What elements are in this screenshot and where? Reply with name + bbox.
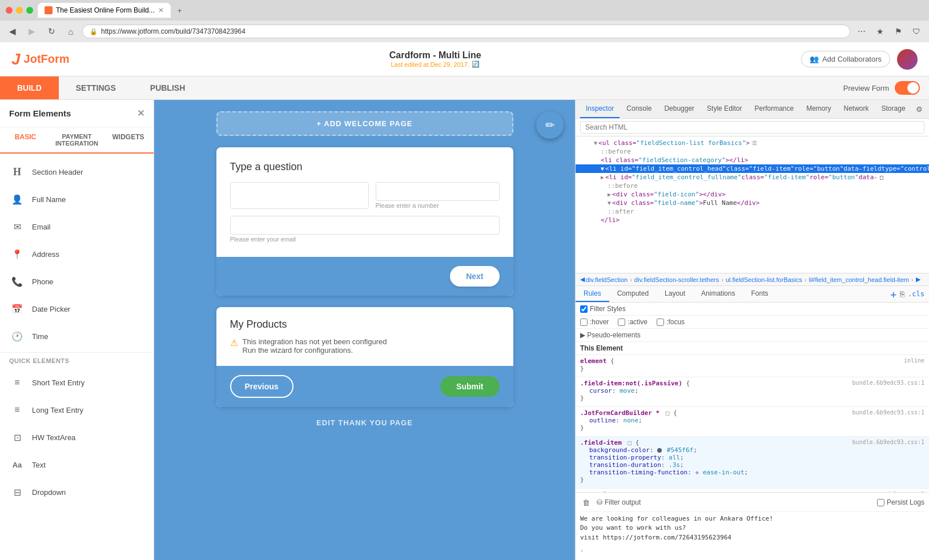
element-text[interactable]: Aa Text [0, 451, 154, 478]
expand-arrow[interactable]: ▼ [594, 140, 597, 146]
add-rule-btn[interactable]: + [890, 288, 896, 300]
element-full-name[interactable]: 👤 Full Name [0, 186, 154, 213]
home-btn[interactable]: ⌂ [63, 23, 79, 39]
extensions-btn[interactable]: ⋯ [854, 23, 870, 39]
preview-toggle-switch[interactable] [895, 81, 920, 95]
form-question: Type a question [230, 161, 500, 173]
bc-item-1[interactable]: div.fieldSection-scroller.tethers [634, 276, 719, 283]
build-tab[interactable]: BUILD [0, 76, 59, 99]
focus-checkbox[interactable] [657, 319, 664, 326]
pseudo-elements-toggle[interactable]: ▶ Pseudo-elements [576, 329, 929, 342]
html-line-selected[interactable]: ▼ <li id="field_item_control_head" class… [576, 164, 929, 173]
publish-tab[interactable]: PUBLISH [133, 76, 202, 99]
devtools-search-input[interactable] [580, 121, 924, 134]
fab-pencil-btn[interactable]: ✏ [536, 111, 564, 139]
shield-btn[interactable]: 🛡 [908, 23, 924, 39]
bc-item-3[interactable]: li#field_item_control_head.field-item [809, 276, 908, 283]
color-swatch[interactable] [657, 448, 662, 453]
edit-thankyou-btn[interactable]: EDIT THANK YOU PAGE [316, 418, 413, 427]
back-btn[interactable]: ◀ [5, 23, 21, 39]
timing-fn-icon: ◈ [695, 469, 699, 476]
devtools-tab-memory[interactable]: Memory [801, 100, 836, 118]
rules-tab-rules[interactable]: Rules [576, 286, 609, 302]
expand-arrow[interactable]: ▶ [601, 174, 604, 180]
date-picker-icon: 📅 [9, 301, 25, 317]
hover-pseudo: :hover [580, 318, 609, 326]
element-section-header[interactable]: H Section Header [0, 158, 154, 186]
rules-tab-animations[interactable]: Animations [693, 286, 743, 302]
devtools-settings-btn[interactable]: ⚙ [912, 102, 926, 116]
element-short-text[interactable]: ≡ Short Text Entry [0, 369, 154, 396]
user-avatar[interactable] [897, 49, 918, 70]
widgets-tab[interactable]: WIDGETS [103, 127, 154, 152]
url-text: https://www.jotform.com/build/7347370842… [101, 27, 246, 35]
submit-btn[interactable]: Submit [440, 376, 499, 397]
hw-textarea-icon: ⊡ [9, 429, 25, 445]
expand-arrow[interactable]: ▶ [608, 191, 611, 198]
active-checkbox[interactable] [618, 319, 625, 326]
tab-close-btn[interactable]: ✕ [158, 6, 164, 14]
element-date-picker[interactable]: 📅 Date Picker [0, 295, 154, 323]
html-line: ▶ <li id="field_item_control_fullname" c… [576, 173, 929, 182]
next-btn[interactable]: Next [450, 266, 499, 287]
element-hw-textarea[interactable]: ⊡ HW TextArea [0, 424, 154, 451]
bc-left-arrow[interactable]: ◀ [580, 276, 585, 283]
first-input[interactable] [230, 182, 369, 209]
previous-btn[interactable]: Previous [230, 375, 293, 398]
devtools-tab-style-editor[interactable]: Style Editor [701, 100, 747, 118]
address-bar[interactable]: 🔒 https://www.jotform.com/build/73473708… [82, 25, 850, 38]
element-long-text[interactable]: ≡ Long Text Entry [0, 396, 154, 424]
devtools-tab-performance[interactable]: Performance [749, 100, 799, 118]
rules-tab-computed[interactable]: Computed [609, 286, 657, 302]
forward-btn[interactable]: ▶ [24, 23, 40, 39]
rules-tab-layout[interactable]: Layout [657, 286, 693, 302]
add-welcome-page-btn[interactable]: + ADD WELCOME PAGE [216, 111, 513, 136]
minimize-window-btn[interactable] [16, 7, 23, 14]
copy-rule-icon[interactable]: ⎘ [900, 289, 904, 299]
devtools-tab-actions: ⚙ ⋯ ✕ [912, 102, 929, 116]
fullscreen-window-btn[interactable] [26, 7, 33, 14]
devtools-tab-storage[interactable]: Storage [876, 100, 911, 118]
devtools-tab-console[interactable]: Console [621, 100, 657, 118]
browser-tab[interactable]: The Easiest Online Form Build... ✕ [38, 3, 171, 18]
add-collaborators-btn[interactable]: 👥 Add Collaborators [801, 51, 890, 67]
settings-tab[interactable]: SETTINGS [59, 76, 133, 99]
rules-panel: Rules Computed Layout Animations Fonts +… [576, 286, 929, 492]
rules-tab-fonts[interactable]: Fonts [743, 286, 776, 302]
element-address[interactable]: 📍 Address [0, 240, 154, 268]
bc-right-arrow[interactable]: ▶ [916, 276, 920, 283]
devtools-tab-debugger[interactable]: Debugger [658, 100, 700, 118]
hover-checkbox[interactable] [580, 319, 588, 326]
html-line: ::before [576, 147, 929, 156]
flag-btn[interactable]: ⚑ [890, 23, 906, 39]
rule-checkbox: □ [628, 439, 632, 446]
email-input[interactable] [230, 216, 500, 235]
css-cls-btn[interactable]: .cls [908, 290, 924, 298]
element-time[interactable]: 🕐 Time [0, 323, 154, 350]
element-dropdown[interactable]: ⊟ Dropdown [0, 478, 154, 506]
new-tab-btn[interactable]: + [178, 6, 182, 15]
html-line: ▶ <div class="field-icon"></div> [576, 190, 929, 199]
persist-logs-checkbox[interactable] [877, 499, 884, 506]
payment-tab[interactable]: PAYMENT INTEGRATION [51, 127, 103, 152]
bookmark-btn[interactable]: ★ [872, 23, 888, 39]
css-selector: .JotFormCardBuilder * [580, 409, 659, 417]
element-label: Phone [32, 277, 54, 286]
close-window-btn[interactable] [6, 7, 13, 14]
element-phone[interactable]: 📞 Phone [0, 268, 154, 295]
bc-item-0[interactable]: div.fieldSection [586, 276, 628, 283]
number-input[interactable] [376, 182, 500, 201]
refresh-btn[interactable]: ↻ [43, 23, 59, 39]
basic-tab[interactable]: BASIC [0, 127, 51, 154]
app-header: J JotForm Cardform - Multi Line Last edi… [0, 42, 929, 76]
filter-styles-checkbox[interactable] [580, 305, 588, 313]
element-email[interactable]: ✉ Email [0, 213, 154, 240]
expand-arrow[interactable]: ▼ [601, 166, 604, 172]
bc-item-2[interactable]: ul.fieldSection-list.forBasics [726, 276, 802, 283]
devtools-tab-network[interactable]: Network [838, 100, 875, 118]
expand-arrow[interactable]: ▼ [608, 200, 611, 206]
console-clear-btn[interactable]: 🗑 [580, 497, 592, 508]
devtools-tab-inspector[interactable]: Inspector [580, 100, 620, 118]
close-panel-icon[interactable]: ✕ [137, 108, 144, 119]
css-selector: element [580, 357, 606, 365]
